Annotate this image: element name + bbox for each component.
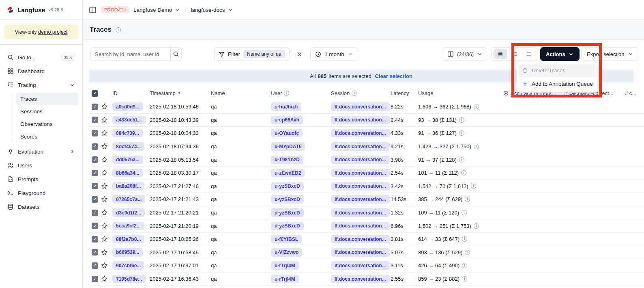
user-badge[interactable]: u-huJhuJi [271,102,301,111]
search-submit[interactable] [170,48,181,61]
sidebar-item-playground[interactable]: Playground [4,186,78,200]
demo-project-link[interactable]: demo project [38,29,67,35]
info-icon[interactable] [116,27,121,32]
star-icon[interactable] [101,143,108,150]
info-icon[interactable] [462,276,467,282]
user-badge[interactable]: u-cp66Avh [271,116,303,124]
select-all-checkbox[interactable] [92,90,98,97]
sidebar-item-dashboard[interactable]: Dashboard [4,64,78,78]
column-visibility-button[interactable]: (24/36) [443,47,487,61]
user-badge[interactable]: u-rTrjI4M [271,261,299,270]
user-badge[interactable]: u-yzSBxcD [271,208,304,217]
info-icon[interactable] [459,157,464,162]
row-checkbox[interactable] [92,170,98,176]
session-badge[interactable]: lf.docs.conversation... [331,195,390,204]
info-icon[interactable] [459,117,464,123]
session-badge[interactable]: lf.docs.conversation... [331,208,390,217]
session-badge[interactable]: lf.docs.conversation... [331,129,390,137]
row-height-medium-button[interactable] [508,49,521,59]
star-icon[interactable] [101,262,108,269]
user-badge[interactable]: u-OYauofc [271,129,303,137]
panel-left-icon[interactable] [89,6,97,14]
row-checkbox[interactable] [92,262,98,269]
star-icon[interactable] [101,236,108,243]
user-badge[interactable]: u-f0YfBSL [271,235,302,243]
user-badge[interactable]: u-MYpDAT5 [271,142,305,151]
row-height-large-button[interactable] [522,49,535,59]
star-icon[interactable] [101,103,108,110]
sidebar-item-observations[interactable]: Observations [16,118,78,130]
trace-id-badge[interactable]: a0cd0d9... [112,102,143,111]
row-checkbox[interactable] [92,249,98,256]
sidebar-item-tracing[interactable]: Tracing [4,78,78,92]
sidebar-item-datasets[interactable]: Datasets [4,200,78,214]
search-input[interactable] [91,51,170,57]
row-checkbox[interactable] [92,104,98,110]
star-icon[interactable] [101,223,108,230]
row-checkbox[interactable] [92,130,98,136]
row-checkbox[interactable] [92,117,98,123]
session-badge[interactable]: lf.docs.conversation... [331,156,390,164]
export-selection-button[interactable]: Export selection [581,47,639,61]
goto-button[interactable]: Go to... ⌘ K [4,50,78,64]
menu-item-add-to-annotation-queue[interactable]: Add to Annotation Queue [519,77,597,91]
session-badge[interactable]: lf.docs.conversation... [331,182,390,191]
table-row[interactable]: d3e9d1f2... 2025-02-17 21:20:21 qa u-yzS… [89,206,644,220]
info-icon[interactable] [462,263,467,268]
trace-id-badge[interactable]: 084c739... [112,129,143,137]
time-range-button[interactable]: 1 month [310,47,358,61]
trace-id-badge[interactable]: 88f2a7b0... [112,235,144,243]
user-badge[interactable]: u-yzSBxcD [271,195,304,204]
row-checkbox[interactable] [92,196,98,203]
filter-button[interactable]: Filter Name any of qa [214,47,290,61]
session-badge[interactable]: lf.docs.conversation... [331,169,390,177]
info-icon[interactable] [462,210,467,215]
table-row[interactable]: ba8a208f... 2025-02-17 21:27:46 qa u-yzS… [89,180,644,193]
table-row[interactable]: a0cd0d9... 2025-02-18 10:59:46 qa u-huJh… [89,100,644,114]
info-icon[interactable] [474,104,479,109]
session-badge[interactable]: lf.docs.conversation... [331,142,390,151]
table-row[interactable]: 07265c7a... 2025-02-17 21:21:43 qa u-yzS… [89,193,644,206]
table-row[interactable]: dd05753... 2025-02-18 05:13:54 qa u-T98Y… [89,153,644,167]
table-row[interactable]: 8dcf4574... 2025-02-18 07:34:36 qa u-MYp… [89,140,644,154]
info-icon[interactable] [465,250,470,255]
col-user[interactable]: User [271,90,331,96]
table-row[interactable]: b669529... 2025-02-17 16:58:45 qa u-VIZz… [89,246,644,260]
star-icon[interactable] [101,169,108,176]
info-icon[interactable] [471,184,476,189]
info-icon[interactable] [474,223,479,229]
session-badge[interactable]: lf.docs.conversation... [331,248,390,257]
row-checkbox[interactable] [92,156,98,163]
user-badge[interactable]: u-yzSBxcD [271,222,304,230]
user-badge[interactable]: u-VIZzvwo [271,248,302,257]
table-row[interactable]: 7195d78e... 2025-02-17 16:36:43 qa u-rTr… [89,273,644,286]
table-row[interactable]: a433de51... 2025-02-18 10:43:39 qa u-cp6… [89,114,644,127]
user-badge[interactable]: u-zEwdED2 [271,169,305,177]
col-score-extra[interactable]: # c... [625,90,644,96]
user-badge[interactable]: u-rTrjI4M [271,275,299,283]
trace-id-badge[interactable]: 907cbf6e... [112,261,144,270]
row-checkbox[interactable] [92,276,98,282]
star-icon[interactable] [101,117,108,123]
org-selector[interactable]: Langfuse Demo [133,7,180,13]
col-session[interactable]: Session [331,90,391,96]
col-name[interactable]: Name [211,90,271,96]
star-icon[interactable] [101,209,108,216]
sidebar-item-users[interactable]: Users [4,158,78,172]
row-checkbox[interactable] [92,210,98,216]
row-checkbox[interactable] [92,223,98,229]
info-icon[interactable] [462,236,467,242]
table-row[interactable]: 5cca9cf2... 2025-02-17 21:20:19 qa u-yzS… [89,219,644,233]
session-badge[interactable]: lf.docs.conversation... [331,261,390,270]
star-icon[interactable] [101,130,108,136]
session-badge[interactable]: lf.docs.conversation... [331,235,390,243]
trace-id-badge[interactable]: 07265c7a... [112,195,145,204]
trace-id-badge[interactable]: b669529... [112,248,143,257]
table-row[interactable]: 084c739... 2025-02-18 10:04:33 qa u-OYau… [89,127,644,140]
trace-id-badge[interactable]: dd05753... [112,156,143,164]
star-icon[interactable] [101,275,108,282]
row-checkbox[interactable] [92,183,98,189]
table-row[interactable]: 8b66a34... 2025-02-18 03:30:17 qa u-zEwd… [89,167,644,180]
star-icon[interactable] [101,183,108,190]
project-selector[interactable]: langfuse-docs [191,7,233,13]
